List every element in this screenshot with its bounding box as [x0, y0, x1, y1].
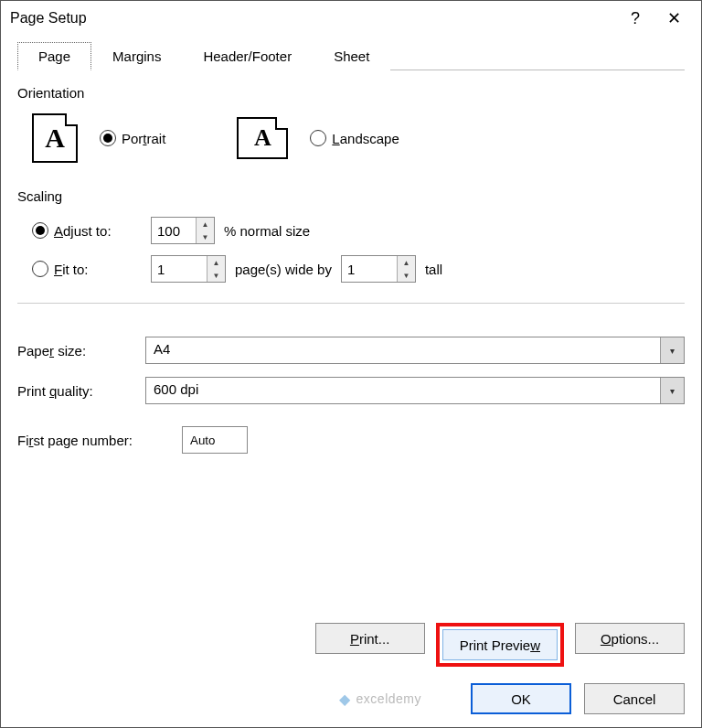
watermark: ◆ exceldemy [339, 691, 421, 708]
spin-down-icon[interactable]: ▼ [207, 269, 225, 282]
adjust-to-input[interactable] [152, 218, 196, 243]
paper-size-label: Paper size: [17, 343, 145, 359]
fit-tall-spinner[interactable]: ▲▼ [341, 255, 416, 283]
adjust-to-spinner[interactable]: ▲▼ [151, 217, 215, 244]
titlebar: Page Setup ? ✕ [1, 1, 701, 34]
print-button[interactable]: Print... [315, 623, 425, 654]
tab-page[interactable]: Page [17, 42, 91, 70]
radio-icon [100, 130, 116, 146]
print-preview-highlight: Print Preview [436, 623, 564, 667]
radio-icon [32, 261, 48, 277]
print-quality-value: 600 dpi [146, 378, 660, 403]
portrait-radio[interactable]: Portrait [100, 130, 165, 146]
adjust-suffix: % normal size [224, 223, 310, 239]
fit-mid-label: page(s) wide by [235, 262, 332, 277]
tab-sheet[interactable]: Sheet [313, 42, 390, 70]
dialog-title: Page Setup [10, 10, 87, 27]
radio-icon [32, 222, 48, 239]
ok-button[interactable]: OK [471, 683, 571, 714]
paper-size-combo[interactable]: A4 ▾ [145, 337, 685, 364]
landscape-radio[interactable]: Landscape [310, 130, 399, 146]
landscape-page-icon: A [237, 117, 288, 159]
fit-wide-spinner[interactable]: ▲▼ [151, 255, 226, 283]
first-page-number-input[interactable] [182, 426, 248, 454]
fit-wide-input[interactable] [152, 256, 207, 282]
page-setup-dialog: Page Setup ? ✕ Page Margins Header/Foote… [0, 0, 702, 728]
spin-down-icon[interactable]: ▼ [398, 269, 415, 282]
spin-up-icon[interactable]: ▲ [197, 218, 214, 230]
tab-header-footer[interactable]: Header/Footer [182, 42, 313, 70]
print-preview-button[interactable]: Print Preview [442, 629, 558, 660]
portrait-page-icon: A [32, 113, 78, 163]
options-button[interactable]: Options... [575, 623, 685, 654]
print-quality-combo[interactable]: 600 dpi ▾ [145, 377, 685, 404]
help-button[interactable]: ? [631, 9, 640, 28]
chevron-down-icon[interactable]: ▾ [660, 337, 684, 363]
spin-down-icon[interactable]: ▼ [197, 230, 214, 243]
tab-strip: Page Margins Header/Footer Sheet [17, 41, 685, 70]
first-page-number-label: First page number: [17, 433, 182, 448]
adjust-to-radio[interactable]: Adjust to: [32, 222, 142, 239]
chevron-down-icon[interactable]: ▾ [660, 378, 684, 403]
tab-margins[interactable]: Margins [91, 42, 182, 70]
scaling-label: Scaling [17, 188, 685, 204]
print-quality-label: Print quality: [17, 383, 145, 399]
watermark-icon: ◆ [339, 691, 351, 708]
radio-icon [310, 130, 326, 146]
fit-suffix: tall [425, 262, 442, 277]
paper-size-value: A4 [146, 337, 660, 363]
fit-to-radio[interactable]: Fit to: [32, 261, 142, 277]
fit-tall-input[interactable] [342, 256, 397, 282]
close-button[interactable]: ✕ [667, 8, 681, 28]
spin-up-icon[interactable]: ▲ [207, 256, 225, 269]
cancel-button[interactable]: Cancel [584, 683, 685, 714]
orientation-label: Orientation [17, 85, 685, 101]
spin-up-icon[interactable]: ▲ [398, 256, 415, 269]
